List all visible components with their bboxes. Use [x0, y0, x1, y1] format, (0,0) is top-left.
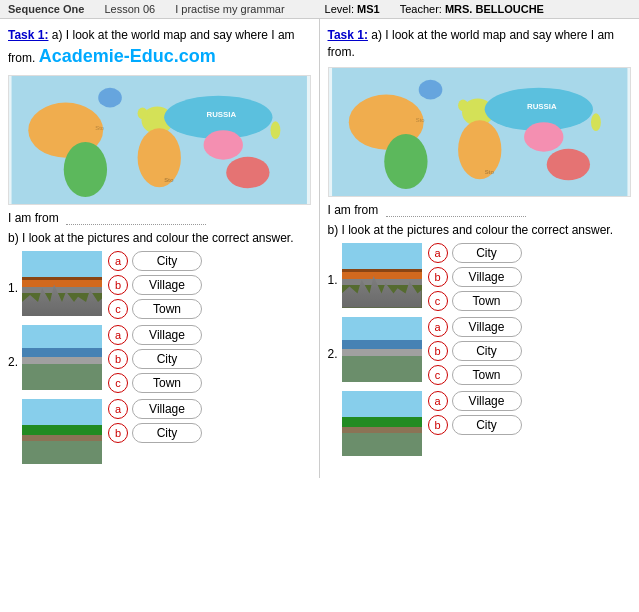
right-question-1: 1. a City b Village c Town: [328, 243, 632, 311]
left-q1-opt-a: a City: [108, 251, 202, 271]
practice-label: I practise my grammar: [175, 3, 284, 15]
left-q2-circle-c[interactable]: c: [108, 373, 128, 393]
right-q3-box-a[interactable]: Village: [452, 391, 522, 411]
left-task-text: a) I look at the world map and say where: [52, 28, 271, 42]
right-q1-circle-a[interactable]: a: [428, 243, 448, 263]
right-q1-circle-b[interactable]: b: [428, 267, 448, 287]
right-q2-opt-c: c Town: [428, 365, 522, 385]
left-answer-line: [66, 224, 206, 225]
left-q1-box-b[interactable]: Village: [132, 275, 202, 295]
left-q3-options: a Village b City: [108, 399, 202, 443]
right-q2-box-b[interactable]: City: [452, 341, 522, 361]
right-q3-circle-a[interactable]: a: [428, 391, 448, 411]
right-task-link: Task 1:: [328, 28, 368, 42]
right-q1-number: 1.: [328, 273, 338, 287]
left-q2-image: [22, 325, 102, 390]
right-q1-options: a City b Village c Town: [428, 243, 522, 311]
left-task-title: Task 1: a) I look at the world map and s…: [8, 27, 311, 69]
left-q2-opt-c: c Town: [108, 373, 202, 393]
left-q1-circle-c[interactable]: c: [108, 299, 128, 319]
svg-text:Sto: Sto: [95, 125, 105, 131]
right-q3-box-b[interactable]: City: [452, 415, 522, 435]
right-q2-box-a[interactable]: Village: [452, 317, 522, 337]
right-part-b-title: b) I look at the pictures and colour the…: [328, 223, 632, 237]
left-part-b-title: b) I look at the pictures and colour the…: [8, 231, 311, 245]
left-q1-number: 1.: [8, 281, 18, 295]
lesson-label: Lesson 06: [104, 3, 155, 15]
right-q1-image: [342, 243, 422, 308]
right-q1-box-c[interactable]: Town: [452, 291, 522, 311]
svg-point-16: [384, 134, 427, 189]
left-panel: Task 1: a) I look at the world map and s…: [0, 19, 320, 478]
left-q1-circle-b[interactable]: b: [108, 275, 128, 295]
right-q1-circle-c[interactable]: c: [428, 291, 448, 311]
svg-point-20: [524, 122, 563, 152]
svg-point-6: [204, 130, 243, 160]
right-q1-box-b[interactable]: Village: [452, 267, 522, 287]
right-task-text: a) I look at the world map and say where: [371, 28, 590, 42]
level-label: Level:: [325, 3, 354, 15]
svg-text:RUSSIA: RUSSIA: [527, 102, 557, 111]
left-question-1: 1. a City b Village c Town: [8, 251, 311, 319]
teacher-label: Teacher:: [400, 3, 442, 15]
left-q3-box-b[interactable]: City: [132, 423, 202, 443]
right-q2-opt-b: b City: [428, 341, 522, 361]
right-answer-line: [386, 216, 526, 217]
right-q1-opt-a: a City: [428, 243, 522, 263]
left-q2-box-b[interactable]: City: [132, 349, 202, 369]
svg-text:Sto: Sto: [484, 169, 494, 175]
left-q2-circle-a[interactable]: a: [108, 325, 128, 345]
right-q3-options: a Village b City: [428, 391, 522, 435]
academie-text: Academie-Educ.com: [39, 46, 216, 66]
right-q3-image: [342, 391, 422, 456]
right-world-map: RUSSIA Sto Sto: [328, 67, 632, 197]
right-q3-opt-a: a Village: [428, 391, 522, 411]
right-q1-box-a[interactable]: City: [452, 243, 522, 263]
top-bar: Sequence One Lesson 06 I practise my gra…: [0, 0, 639, 19]
left-q1-circle-a[interactable]: a: [108, 251, 128, 271]
left-q3-circle-b[interactable]: b: [108, 423, 128, 443]
svg-point-23: [458, 99, 468, 111]
svg-point-2: [64, 142, 107, 197]
svg-text:RUSSIA: RUSSIA: [207, 110, 237, 119]
right-question-2: 2. a Village b City c Town: [328, 317, 632, 385]
left-q1-box-c[interactable]: Town: [132, 299, 202, 319]
svg-point-21: [546, 148, 589, 180]
right-q2-circle-c[interactable]: c: [428, 365, 448, 385]
left-q2-circle-b[interactable]: b: [108, 349, 128, 369]
left-q1-image: [22, 251, 102, 316]
right-q2-circle-b[interactable]: b: [428, 341, 448, 361]
right-q2-circle-a[interactable]: a: [428, 317, 448, 337]
teacher-name: MRS. BELLOUCHE: [445, 3, 544, 15]
left-q1-opt-c: c Town: [108, 299, 202, 319]
left-question-3: a Village b City: [8, 399, 311, 464]
right-q2-opt-a: a Village: [428, 317, 522, 337]
left-q2-box-c[interactable]: Town: [132, 373, 202, 393]
svg-text:Sto: Sto: [415, 117, 425, 123]
left-q2-opt-a: a Village: [108, 325, 202, 345]
right-q2-box-c[interactable]: Town: [452, 365, 522, 385]
level-separator: Level: MS1: [325, 3, 380, 15]
right-q2-image: [342, 317, 422, 382]
left-q2-options: a Village b City c Town: [108, 325, 202, 393]
left-question-2: 2. a Village b City c Town: [8, 325, 311, 393]
main-content: Task 1: a) I look at the world map and s…: [0, 19, 639, 478]
right-q1-opt-c: c Town: [428, 291, 522, 311]
right-q3-circle-b[interactable]: b: [428, 415, 448, 435]
left-q2-opt-b: b City: [108, 349, 202, 369]
left-q3-box-a[interactable]: Village: [132, 399, 202, 419]
left-q2-number: 2.: [8, 355, 18, 369]
svg-point-9: [138, 107, 148, 119]
left-q3-opt-a: a Village: [108, 399, 202, 419]
left-q2-box-a[interactable]: Village: [132, 325, 202, 345]
left-q3-circle-a[interactable]: a: [108, 399, 128, 419]
left-world-map: RUSSIA Sto Sto: [8, 75, 311, 205]
sequence-label: Sequence One: [8, 3, 84, 15]
right-q2-options: a Village b City c Town: [428, 317, 522, 385]
teacher-info: Teacher: MRS. BELLOUCHE: [400, 3, 544, 15]
left-q1-box-a[interactable]: City: [132, 251, 202, 271]
svg-point-18: [458, 120, 501, 179]
svg-point-8: [98, 88, 122, 108]
right-q3-opt-b: b City: [428, 415, 522, 435]
right-question-3: a Village b City: [328, 391, 632, 456]
